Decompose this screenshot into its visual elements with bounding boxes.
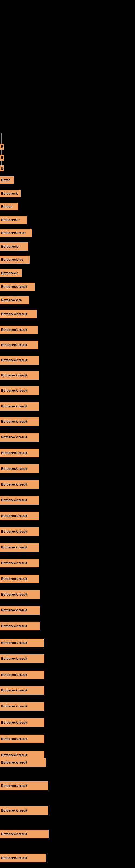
result-bar-8: Bottleneck resu	[0, 229, 32, 237]
result-bar-46: Bottleneck result	[0, 830, 49, 838]
result-bar-43: Bottleneck result	[0, 758, 46, 767]
result-bar-44: Bottleneck result	[0, 781, 48, 790]
result-bar-31: Bottleneck result	[0, 575, 39, 583]
result-bar-22: Bottleneck result	[0, 433, 39, 442]
result-bar-17: Bottleneck result	[0, 356, 39, 365]
result-bar-7: Bottleneck r	[0, 216, 27, 224]
result-bar-27: Bottleneck result	[0, 512, 39, 520]
result-bar-38: Bottleneck result	[0, 686, 44, 695]
result-bar-16: Bottleneck result	[0, 341, 38, 349]
result-bar-33: Bottleneck result	[0, 606, 40, 615]
result-bar-20: Bottleneck result	[0, 402, 39, 411]
result-bar-15: Bottleneck result	[0, 326, 38, 334]
result-bar-23: Bottleneck result	[0, 448, 39, 457]
result-bar-40: Bottleneck result	[0, 718, 44, 727]
result-bar-5: Bottleneck	[0, 190, 20, 197]
result-bar-32: Bottleneck result	[0, 590, 40, 599]
result-bar-25: Bottleneck result	[0, 480, 39, 489]
result-bar-35: Bottleneck result	[0, 639, 44, 647]
result-bar-19: Bottleneck result	[0, 386, 39, 395]
result-bar-13: Bottleneck re	[0, 296, 29, 304]
result-bar-21: Bottleneck result	[0, 417, 39, 426]
result-bar-29: Bottleneck result	[0, 543, 39, 552]
result-bar-47: Bottleneck result	[0, 854, 46, 862]
result-bar-11: Bottleneck	[0, 269, 21, 277]
result-bar-1: B	[0, 144, 4, 150]
result-bar-4: Bottle	[0, 176, 14, 184]
result-bar-36: Bottleneck result	[0, 654, 44, 663]
result-bar-39: Bottleneck result	[0, 702, 44, 711]
result-bar-12: Bottleneck result	[0, 283, 35, 291]
result-bar-30: Bottleneck result	[0, 559, 39, 567]
result-bar-26: Bottleneck result	[0, 496, 39, 504]
result-bar-37: Bottleneck result	[0, 671, 44, 679]
result-bar-28: Bottleneck result	[0, 527, 39, 536]
result-bar-3: B	[0, 165, 4, 172]
result-bar-45: Bottleneck result	[0, 806, 48, 815]
result-bar-2: B	[0, 155, 4, 161]
result-bar-24: Bottleneck result	[0, 464, 39, 473]
result-bar-6: Bottlen	[0, 203, 18, 211]
result-bar-34: Bottleneck result	[0, 622, 40, 630]
result-bar-18: Bottleneck result	[0, 371, 39, 380]
result-bar-41: Bottleneck result	[0, 735, 44, 743]
result-bar-10: Bottleneck res	[0, 255, 30, 264]
result-bar-14: Bottleneck result	[0, 310, 37, 318]
result-bar-9: Bottleneck r	[0, 243, 28, 251]
